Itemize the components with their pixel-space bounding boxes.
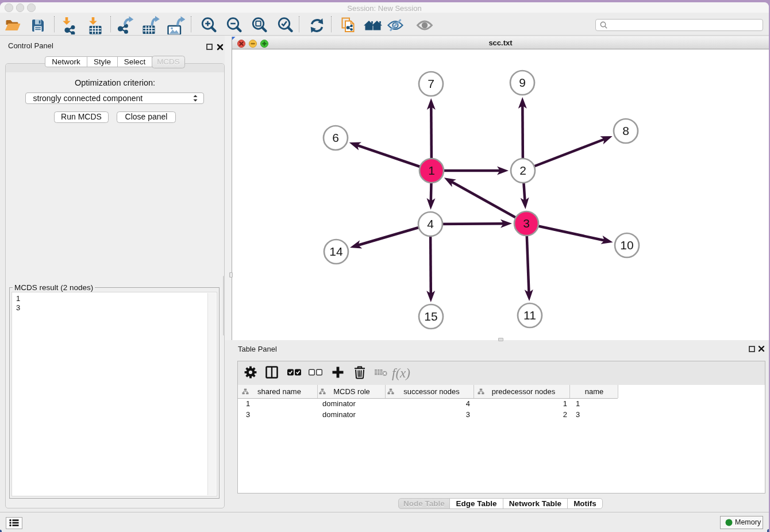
svg-text:8: 8 xyxy=(622,124,629,137)
svg-text:3: 3 xyxy=(523,217,530,230)
svg-text:6: 6 xyxy=(332,131,339,144)
svg-text:f(x): f(x) xyxy=(392,366,410,380)
svg-text:1: 1 xyxy=(428,164,435,177)
svg-text:15: 15 xyxy=(424,310,437,323)
svg-text:10: 10 xyxy=(620,238,633,252)
svg-text:9: 9 xyxy=(519,76,526,89)
svg-text:14: 14 xyxy=(329,245,343,258)
svg-text:2: 2 xyxy=(519,164,526,177)
svg-text:7: 7 xyxy=(428,77,434,90)
svg-text:4: 4 xyxy=(427,217,434,230)
svg-text:11: 11 xyxy=(523,309,536,322)
